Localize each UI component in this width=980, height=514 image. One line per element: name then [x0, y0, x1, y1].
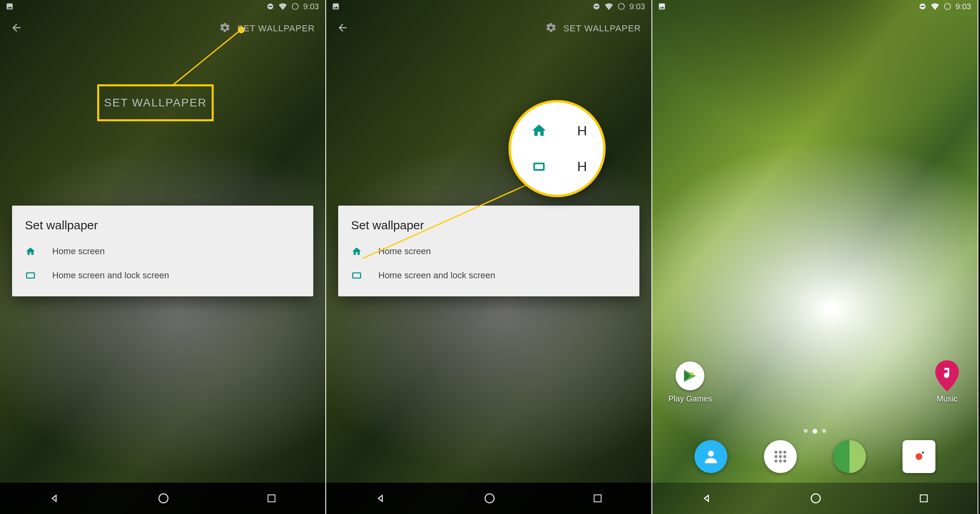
back-button[interactable] — [326, 22, 359, 35]
nav-home-button[interactable] — [157, 492, 169, 504]
page-dot[interactable] — [804, 429, 808, 433]
svg-point-21 — [779, 451, 782, 453]
magnifier-label-2: H — [577, 159, 587, 174]
image-icon — [332, 2, 340, 10]
status-bar: 9:03 — [326, 0, 651, 13]
dialog-option-both-label: Home screen and lock screen — [378, 270, 495, 281]
panel-2-wallpaper-preview-magnified: 9:03 SET WALLPAPER Set wallpaper Home sc… — [326, 0, 652, 514]
svg-rect-1 — [269, 6, 272, 7]
svg-rect-10 — [353, 273, 361, 278]
home-icon — [531, 122, 547, 139]
home-icon — [351, 246, 362, 257]
set-wallpaper-dialog: Set wallpaper Home screen Home screen an… — [338, 206, 639, 296]
dock-app-camera[interactable] — [902, 440, 935, 473]
svg-point-25 — [783, 455, 786, 458]
svg-point-31 — [922, 452, 924, 454]
dialog-option-home-screen[interactable]: Home screen — [12, 239, 313, 263]
nav-recents-button[interactable] — [592, 493, 603, 504]
navigation-bar — [652, 483, 978, 514]
status-time: 9:03 — [303, 2, 319, 11]
image-icon — [658, 2, 666, 10]
gear-icon — [545, 22, 557, 33]
svg-point-19 — [708, 451, 714, 457]
app-play-games-label: Play Games — [668, 394, 712, 404]
annotation-callout: SET WALLPAPER — [97, 84, 214, 121]
dialog-title: Set wallpaper — [12, 218, 313, 239]
svg-rect-6 — [268, 495, 275, 502]
svg-rect-8 — [595, 6, 598, 7]
svg-point-20 — [774, 451, 777, 453]
svg-rect-14 — [594, 495, 601, 502]
status-time: 9:03 — [629, 2, 645, 11]
nav-back-button[interactable] — [49, 492, 61, 504]
person-icon — [702, 448, 720, 465]
status-bar: 9:03 — [0, 0, 325, 13]
nav-recents-icon — [592, 493, 603, 504]
status-time: 9:03 — [956, 2, 971, 11]
app-bar: SET WALLPAPER — [326, 13, 651, 44]
annotation-callout-label: SET WALLPAPER — [104, 96, 207, 109]
gear-icon — [219, 22, 231, 33]
apps-grid-icon — [772, 448, 789, 465]
dialog-title: Set wallpaper — [338, 218, 639, 239]
app-bar: SET WALLPAPER — [0, 13, 325, 44]
svg-point-5 — [159, 494, 168, 503]
nav-back-icon — [701, 492, 713, 504]
nav-home-icon — [810, 492, 822, 504]
svg-point-26 — [774, 459, 777, 462]
battery-icon — [943, 2, 951, 10]
dock-app-contacts[interactable] — [694, 440, 727, 473]
app-music-label: Music — [937, 394, 958, 404]
home-icon — [25, 246, 36, 257]
dialog-option-home-and-lock[interactable]: Home screen and lock screen — [12, 263, 313, 288]
dock-app-unknown[interactable] — [833, 440, 866, 473]
svg-point-22 — [783, 451, 786, 453]
nav-home-button[interactable] — [484, 492, 496, 504]
screens-icon — [25, 270, 36, 281]
back-button[interactable] — [0, 22, 33, 35]
nav-home-button[interactable] — [810, 492, 822, 504]
svg-point-32 — [811, 494, 821, 503]
page-indicator — [652, 429, 978, 434]
nav-recents-button[interactable] — [919, 493, 929, 504]
svg-rect-4 — [27, 273, 35, 278]
set-wallpaper-action[interactable]: SET WALLPAPER — [563, 23, 641, 34]
app-music[interactable]: Music — [933, 361, 962, 404]
battery-icon — [291, 2, 299, 10]
dialog-option-home-and-lock[interactable]: Home screen and lock screen — [338, 263, 639, 288]
page-dot-active[interactable] — [813, 429, 817, 434]
nav-back-button[interactable] — [375, 492, 387, 504]
nav-back-icon — [49, 492, 61, 504]
music-icon — [933, 361, 962, 390]
dock — [652, 434, 978, 479]
settings-button[interactable] — [545, 22, 557, 35]
svg-point-28 — [783, 459, 786, 462]
svg-point-27 — [779, 459, 782, 462]
set-wallpaper-dialog: Set wallpaper Home screen Home screen an… — [12, 206, 313, 296]
battery-icon — [617, 2, 625, 10]
annotation-magnifier: H H — [511, 102, 603, 195]
wifi-icon — [278, 3, 287, 10]
screens-icon — [351, 270, 362, 281]
set-wallpaper-action[interactable]: SET WALLPAPER — [237, 23, 315, 34]
settings-button[interactable] — [219, 22, 231, 35]
dialog-option-home-screen[interactable]: Home screen — [338, 239, 639, 263]
magnifier-label-1: H — [577, 123, 587, 139]
svg-point-23 — [774, 455, 777, 458]
dialog-option-both-label: Home screen and lock screen — [52, 270, 169, 281]
back-arrow-icon — [10, 22, 22, 34]
navigation-bar — [326, 483, 651, 514]
dock-app-drawer[interactable] — [764, 440, 797, 473]
dnd-icon — [592, 2, 600, 10]
svg-point-18 — [691, 372, 694, 375]
svg-rect-33 — [921, 495, 927, 502]
dnd-icon — [919, 2, 927, 10]
page-dot[interactable] — [822, 429, 826, 433]
app-play-games[interactable]: Play Games — [668, 361, 712, 404]
nav-recents-button[interactable] — [266, 493, 277, 504]
nav-back-icon — [375, 492, 387, 504]
nav-back-button[interactable] — [701, 492, 713, 504]
camera-record-icon — [911, 449, 927, 465]
panel-1-wallpaper-preview: 9:03 SET WALLPAPER SET WALLPAPER Set wal… — [0, 0, 326, 514]
image-icon — [6, 2, 14, 10]
